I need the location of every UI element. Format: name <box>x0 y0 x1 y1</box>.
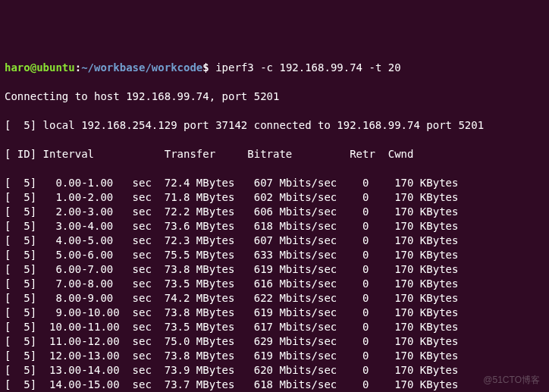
table-row: [ 5] 0.00-1.00 sec 72.4 MBytes 607 Mbits… <box>5 176 544 190</box>
connecting-line: Connecting to host 192.168.99.74, port 5… <box>5 89 544 104</box>
table-row: [ 5] 14.00-15.00 sec 73.7 MBytes 618 Mbi… <box>5 378 544 392</box>
table-row: [ 5] 10.00-11.00 sec 73.5 MBytes 617 Mbi… <box>5 320 544 334</box>
table-row: [ 5] 1.00-2.00 sec 71.8 MBytes 602 Mbits… <box>5 190 544 205</box>
table-row: [ 5] 11.00-12.00 sec 75.0 MBytes 629 Mbi… <box>5 334 544 349</box>
prompt-user-host: haro@ubuntu <box>5 61 75 74</box>
table-row: [ 5] 12.00-13.00 sec 73.8 MBytes 619 Mbi… <box>5 349 544 363</box>
interval-rows: [ 5] 0.00-1.00 sec 72.4 MBytes 607 Mbits… <box>5 176 544 392</box>
table-row: [ 5] 9.00-10.00 sec 73.8 MBytes 619 Mbit… <box>5 306 544 320</box>
table-row: [ 5] 2.00-3.00 sec 72.2 MBytes 606 Mbits… <box>5 205 544 219</box>
table-row: [ 5] 4.00-5.00 sec 72.3 MBytes 607 Mbits… <box>5 234 544 248</box>
prompt-line[interactable]: haro@ubuntu:~/workbase/workcode$ iperf3 … <box>5 61 544 75</box>
watermark-text: @51CTO博客 <box>483 373 540 387</box>
prompt-symbol: $ <box>202 61 209 74</box>
table-row: [ 5] 3.00-4.00 sec 73.6 MBytes 618 Mbits… <box>5 219 544 234</box>
table-row: [ 5] 6.00-7.00 sec 73.8 MBytes 619 Mbits… <box>5 262 544 277</box>
table-row: [ 5] 8.00-9.00 sec 74.2 MBytes 622 Mbits… <box>5 291 544 306</box>
table-row: [ 5] 7.00-8.00 sec 73.5 MBytes 616 Mbits… <box>5 277 544 291</box>
prompt-path: ~/workbase/workcode <box>81 61 202 74</box>
header-row-1: [ ID] Interval Transfer Bitrate Retr Cwn… <box>5 147 544 162</box>
table-row: [ 5] 13.00-14.00 sec 73.9 MBytes 620 Mbi… <box>5 363 544 378</box>
command-text: iperf3 -c 192.168.99.74 -t 20 <box>215 61 400 74</box>
prompt-colon: : <box>75 61 81 74</box>
table-row: [ 5] 5.00-6.00 sec 75.5 MBytes 633 Mbits… <box>5 248 544 262</box>
local-line: [ 5] local 192.168.254.129 port 37142 co… <box>5 118 544 133</box>
